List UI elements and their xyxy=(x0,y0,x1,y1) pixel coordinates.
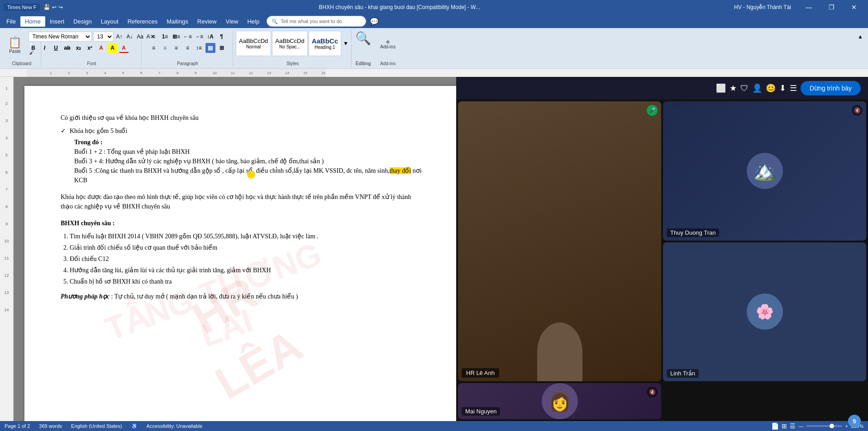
layout-icon-2[interactable]: ⊞ xyxy=(782,422,787,430)
underline-button[interactable]: U xyxy=(51,43,61,53)
add-ins-button[interactable]: ⊕ Add-ins xyxy=(377,30,398,59)
sort-button[interactable]: ↕A xyxy=(205,32,215,42)
svg-text:11: 11 xyxy=(231,71,235,75)
document-page[interactable]: HRLÊA TẦNG TƯƠNG LAI Có giới thiệu sơ qu… xyxy=(24,86,456,421)
mai-mute-icon: 🔇 xyxy=(647,387,658,398)
stop-presentation-button[interactable]: Dừng trình bày xyxy=(801,81,861,95)
person-bg xyxy=(458,101,661,381)
strikethrough-button[interactable]: ab xyxy=(62,43,72,53)
zoom-out-button[interactable]: — xyxy=(798,423,803,429)
multilevel-list-button[interactable]: ⊞≡ xyxy=(172,32,181,42)
list-item-2: Giải trình đối chiếu số liệu cơ quan thu… xyxy=(70,243,423,252)
thuy-mute-icon: 🔇 xyxy=(852,105,863,116)
menu-references[interactable]: References xyxy=(123,16,162,27)
quick-save-icon[interactable]: 💾 xyxy=(43,4,50,10)
menu-view[interactable]: View xyxy=(221,16,243,27)
show-formatting-button[interactable]: ¶ xyxy=(217,32,227,42)
justify-button[interactable]: ≡ xyxy=(183,43,193,53)
align-center-button[interactable]: ≡ xyxy=(160,43,170,53)
menu-review[interactable]: Review xyxy=(193,16,221,27)
add-ins-label: Add-ins xyxy=(380,44,396,49)
screen-icon[interactable]: ⬜ xyxy=(716,83,726,93)
menu-help[interactable]: Help xyxy=(243,16,264,27)
intro-paragraph: Có giới thiệu sơ qua về khóa học BHXH ch… xyxy=(61,113,423,123)
svg-text:15: 15 xyxy=(303,71,307,75)
collapse-ribbon-button[interactable]: ▲ xyxy=(855,32,865,42)
menu-design[interactable]: Design xyxy=(69,16,96,27)
paste-icon: 📋 xyxy=(8,36,22,49)
zoom-in-button[interactable]: + xyxy=(845,423,848,429)
subscript-button[interactable]: x₂ xyxy=(74,43,84,53)
styles-row: AaBbCcDd Normal AaBbCcDd No Spac... AaBb… xyxy=(236,31,349,56)
decrease-indent-button[interactable]: ←≡ xyxy=(183,32,193,42)
styles-more-button[interactable]: ▼ xyxy=(342,31,349,56)
align-right-button[interactable]: ≡ xyxy=(172,43,181,53)
zoom-slider[interactable] xyxy=(806,425,842,427)
decrease-font-button[interactable]: A↓ xyxy=(125,32,134,41)
svg-text:1: 1 xyxy=(50,71,52,75)
menu-icon[interactable]: ☰ xyxy=(790,83,797,93)
check-mark: ✓ xyxy=(61,126,66,136)
second-title: HV - Nguyễn Thành Tài xyxy=(734,4,791,10)
editing-label: Editing xyxy=(356,61,371,66)
increase-indent-button[interactable]: →≡ xyxy=(194,32,204,42)
close-button[interactable]: ✕ xyxy=(844,0,864,14)
svg-text:4: 4 xyxy=(104,71,106,75)
svg-text:2: 2 xyxy=(68,71,70,75)
align-left-button[interactable]: ≡ xyxy=(149,43,159,53)
layout-icon-3[interactable]: ☰ xyxy=(790,422,796,430)
star-icon[interactable]: ★ xyxy=(730,83,737,93)
title-text: BHXH chuyên sâu - khai giang buoi dau [C… xyxy=(65,4,734,10)
list-item-5: Chuẩn bị hồ sơ BHXH khi có thanh tra xyxy=(70,277,423,286)
shield-icon[interactable]: 🛡 xyxy=(740,84,749,93)
font-name-select[interactable]: Times New Roman xyxy=(29,32,92,42)
font-name-indicator: Times New F xyxy=(4,4,40,11)
italic-button[interactable]: I xyxy=(40,43,50,53)
undo-icon[interactable]: ↩ xyxy=(52,4,57,10)
text-effects-button[interactable]: A xyxy=(96,43,106,53)
menu-layout[interactable]: Layout xyxy=(96,16,123,27)
style-nospace-button[interactable]: AaBbCcDd No Spac... xyxy=(272,31,307,56)
linh-avatar: 🌸 xyxy=(747,294,783,330)
user-icon[interactable]: 👤 xyxy=(752,83,762,93)
ruler-mark-11: 11 xyxy=(0,250,13,267)
superscript-button[interactable]: x² xyxy=(85,43,95,53)
style-normal-button[interactable]: AaBbCcDd Normal xyxy=(236,31,271,56)
text-highlight-button[interactable]: A xyxy=(108,43,118,53)
tell-me-box[interactable]: 🔍 Tell me what you want to do xyxy=(267,16,366,27)
ruler-mark-12: 12 xyxy=(0,267,13,284)
buoi-1-2: Buổi 1 + 2 : Tổng quan về pháp luật BHXH xyxy=(74,147,423,156)
line-spacing-button[interactable]: ↕≡ xyxy=(194,43,204,53)
phuong-phap-label: Phương pháp học xyxy=(61,293,110,300)
restore-button[interactable]: ❐ xyxy=(821,0,842,14)
shading-button[interactable]: ▤ xyxy=(205,43,215,53)
smiley-icon[interactable]: 😊 xyxy=(766,83,776,93)
numbered-list: Tìm hiểu luật BHXH 2014 ( VBHN 2089 gồm … xyxy=(70,232,423,286)
svg-text:7: 7 xyxy=(158,71,161,75)
menu-insert[interactable]: Insert xyxy=(45,16,69,27)
layout-icon-1[interactable]: 📄 xyxy=(771,422,779,430)
minimize-button[interactable]: — xyxy=(798,0,819,14)
bold-button[interactable]: B xyxy=(29,43,38,53)
menu-mailings[interactable]: Mailings xyxy=(162,16,193,27)
word-count: 369 words xyxy=(39,423,62,429)
buoi-5-text: Buổi 5 :Công tác thanh tra BHXH và hướng… xyxy=(74,167,390,174)
comment-icon[interactable]: 💬 xyxy=(370,17,379,26)
style-heading1-button[interactable]: AaBbCc Heading 1 xyxy=(309,31,341,56)
document-area[interactable]: HRLÊA TẦNG TƯƠNG LAI Có giới thiệu sơ qu… xyxy=(14,77,456,421)
font-color-button[interactable]: A xyxy=(119,43,129,53)
mai-avatar-icon: 👩 xyxy=(548,391,571,412)
svg-text:10: 10 xyxy=(213,71,217,75)
font-size-select[interactable]: 13 xyxy=(93,32,114,42)
paste-button[interactable]: 📋 Paste xyxy=(5,31,24,60)
numbering-button[interactable]: 1≡ xyxy=(160,32,170,42)
redo-icon[interactable]: ↪ xyxy=(58,4,63,10)
menu-home[interactable]: Home xyxy=(20,16,45,27)
increase-font-button[interactable]: A↑ xyxy=(115,32,124,41)
video-grid: HR Lê Anh 🎤 🏔️ Thuy Duong Tran 🔇 xyxy=(456,99,868,421)
download-icon[interactable]: ⬇ xyxy=(779,83,786,93)
borders-button[interactable]: ⊞ xyxy=(217,43,227,53)
bullets-button[interactable]: ≡ xyxy=(149,32,159,42)
ruler-mark-10: 10 xyxy=(0,232,13,250)
menu-file[interactable]: File xyxy=(2,16,20,27)
